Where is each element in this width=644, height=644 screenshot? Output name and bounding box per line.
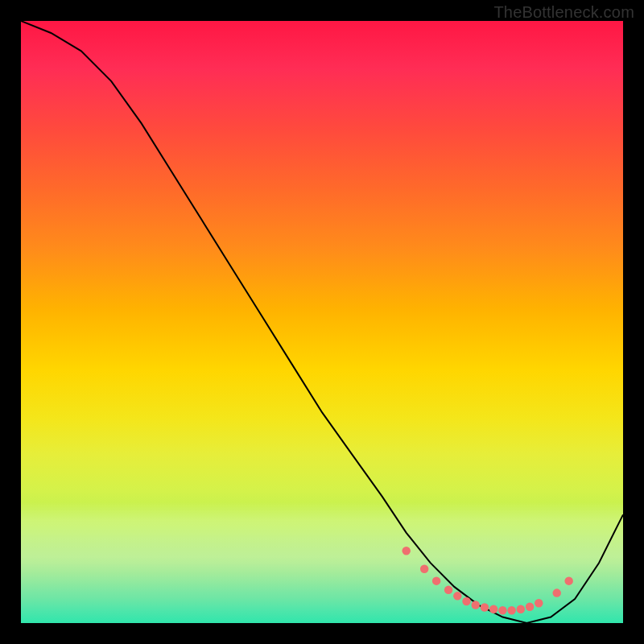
highlight-dot xyxy=(472,601,480,609)
bottleneck-curve xyxy=(21,21,623,623)
highlight-dot xyxy=(444,586,452,594)
highlight-dot xyxy=(453,592,461,600)
plot-area xyxy=(21,21,623,623)
highlight-dot xyxy=(535,599,543,607)
highlight-dot xyxy=(432,576,440,584)
highlight-dot xyxy=(481,603,489,611)
highlight-dot xyxy=(552,588,560,597)
highlight-dot xyxy=(517,605,525,613)
highlight-dot xyxy=(498,606,506,614)
highlight-dots xyxy=(402,547,572,615)
curve-layer xyxy=(21,21,623,623)
highlight-dot xyxy=(402,547,410,555)
highlight-dot xyxy=(462,597,470,605)
watermark-label: TheBottleneck.com xyxy=(493,3,634,22)
highlight-dot xyxy=(507,606,515,614)
highlight-dot xyxy=(526,603,534,611)
highlight-dot xyxy=(564,576,572,584)
highlight-dot xyxy=(489,605,497,613)
chart-frame: TheBottleneck.com xyxy=(0,0,644,644)
highlight-dot xyxy=(420,564,428,572)
